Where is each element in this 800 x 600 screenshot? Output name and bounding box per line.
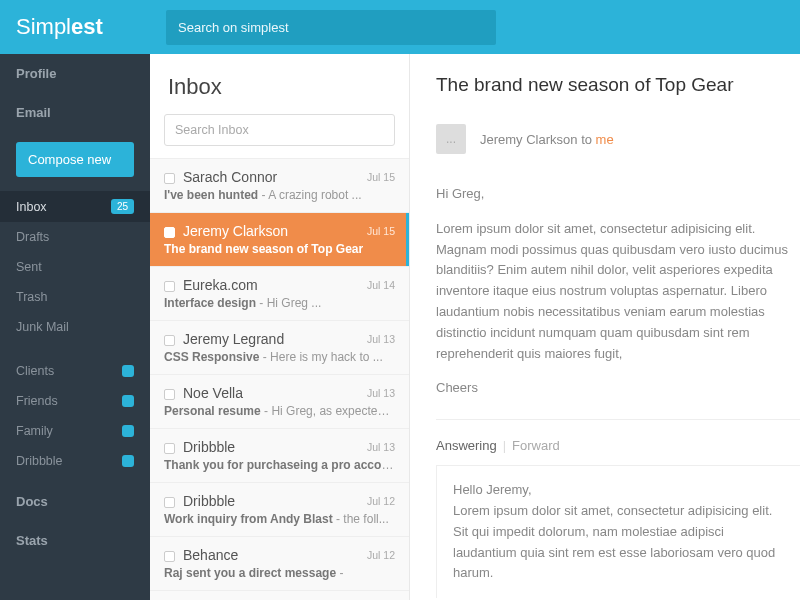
checkbox-icon[interactable] <box>164 389 175 400</box>
email-date: Jul 12 <box>367 549 395 561</box>
email-subject: Interface design - Hi Greg ... <box>164 296 395 310</box>
reply-editor[interactable]: Hello Jeremy, Lorem ipsum dolor sit amet… <box>436 465 800 598</box>
checkbox-icon[interactable] <box>164 443 175 454</box>
label-color-icon <box>122 365 134 377</box>
folder-inbox[interactable]: Inbox 25 <box>0 191 150 222</box>
message-title: The brand new season of Top Gear <box>436 74 800 96</box>
email-date: Jul 13 <box>367 333 395 345</box>
checkbox-icon[interactable] <box>164 173 175 184</box>
email-subject: The brand new season of Top Gear <box>164 242 395 256</box>
email-sender: Noe Vella <box>164 385 243 401</box>
global-search-input[interactable] <box>166 10 496 45</box>
sidebar-item-profile[interactable]: Profile <box>0 54 150 93</box>
email-list-pane: Inbox Sarach ConnorJul 15I've been hunte… <box>150 54 410 600</box>
email-date: Jul 13 <box>367 387 395 399</box>
message-from-row: ... Jeremy Clarkson to me <box>436 124 800 154</box>
checkbox-icon[interactable] <box>164 335 175 346</box>
checkbox-icon[interactable] <box>164 281 175 292</box>
email-item[interactable]: Jeremy LegrandJul 13CSS Responsive - Her… <box>150 321 409 375</box>
folder-label: Inbox <box>16 200 47 214</box>
topbar: Simplest <box>0 0 800 54</box>
email-subject: Personal resume - Hi Greg, as expected .… <box>164 404 395 418</box>
message-body: Hi Greg, Lorem ipsum dolor sit amet, con… <box>436 184 800 399</box>
email-item[interactable]: Sarach ConnorJul 15I've been hunted - A … <box>150 159 409 213</box>
email-sender: Dribbble <box>164 493 235 509</box>
message-from: Jeremy Clarkson to me <box>480 132 614 147</box>
reply-box: Answering|Forward Hello Jeremy, Lorem ip… <box>436 419 800 598</box>
label-clients[interactable]: Clients <box>0 356 150 386</box>
folder-junk[interactable]: Junk Mail <box>0 312 150 342</box>
email-date: Jul 15 <box>367 225 395 237</box>
app-logo: Simplest <box>0 14 150 40</box>
inbox-search-input[interactable] <box>164 114 395 146</box>
reply-tabs: Answering|Forward <box>436 438 800 453</box>
folder-sent[interactable]: Sent <box>0 252 150 282</box>
global-search <box>166 10 496 45</box>
sender-avatar: ... <box>436 124 466 154</box>
email-sender: Jeremy Legrand <box>164 331 284 347</box>
sidebar-item-email[interactable]: Email <box>0 93 150 132</box>
sidebar: Profile Email Compose new Inbox 25 Draft… <box>0 54 150 600</box>
email-date: Jul 14 <box>367 279 395 291</box>
label-color-icon <box>122 395 134 407</box>
email-sender: Eureka.com <box>164 277 258 293</box>
email-item[interactable]: Jeremy ClarksonJul 15The brand new seaso… <box>150 213 409 267</box>
email-date: Jul 15 <box>367 171 395 183</box>
email-date: Jul 12 <box>367 495 395 507</box>
label-dribbble[interactable]: Dribbble <box>0 446 150 476</box>
email-subject: Raj sent you a direct message - <box>164 566 395 580</box>
compose-button[interactable]: Compose new <box>16 142 134 177</box>
message-pane: The brand new season of Top Gear ... Jer… <box>410 54 800 600</box>
inbox-count-badge: 25 <box>111 199 134 214</box>
email-subject: I've been hunted - A crazing robot ... <box>164 188 395 202</box>
email-sender: Sarach Connor <box>164 169 277 185</box>
checkbox-icon[interactable] <box>164 227 175 238</box>
email-item[interactable]: Eureka.comJul 14Interface design - Hi Gr… <box>150 267 409 321</box>
email-date: Jul 13 <box>367 441 395 453</box>
checkbox-icon[interactable] <box>164 497 175 508</box>
email-item[interactable]: DribbbleJul 13Thank you for purchaseing … <box>150 429 409 483</box>
email-sender: Jeremy Clarkson <box>164 223 288 239</box>
email-subject: Work inquiry from Andy Blast - the foll.… <box>164 512 395 526</box>
sidebar-item-stats[interactable]: Stats <box>0 521 150 560</box>
email-item[interactable]: DribbbleJul 12Work inquiry from Andy Bla… <box>150 483 409 537</box>
checkbox-icon[interactable] <box>164 551 175 562</box>
folder-trash[interactable]: Trash <box>0 282 150 312</box>
label-color-icon <box>122 455 134 467</box>
email-item[interactable]: BehanceJul 12Raj sent you a direct messa… <box>150 537 409 591</box>
label-friends[interactable]: Friends <box>0 386 150 416</box>
email-sender: Behance <box>164 547 238 563</box>
folder-drafts[interactable]: Drafts <box>0 222 150 252</box>
email-sender: Dribbble <box>164 439 235 455</box>
email-subject: Thank you for purchaseing a pro account <box>164 458 395 472</box>
sidebar-item-docs[interactable]: Docs <box>0 482 150 521</box>
inbox-title: Inbox <box>150 54 409 114</box>
label-color-icon <box>122 425 134 437</box>
email-subject: CSS Responsive - Here is my hack to ... <box>164 350 395 364</box>
label-family[interactable]: Family <box>0 416 150 446</box>
email-item[interactable]: Noe VellaJul 13Personal resume - Hi Greg… <box>150 375 409 429</box>
reply-tab-forward[interactable]: Forward <box>512 438 560 453</box>
email-item[interactable]: BehanceJul 12 <box>150 591 409 600</box>
reply-tab-answering[interactable]: Answering <box>436 438 497 453</box>
